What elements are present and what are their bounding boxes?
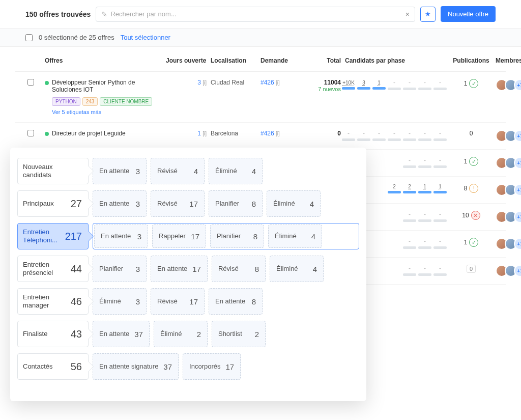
phase-empty: - [439,238,441,245]
pipeline-substage[interactable]: En attente3 [93,158,147,184]
pipeline-substage[interactable]: Éliminé4 [267,190,321,217]
pipeline-substage[interactable]: En attente3 [94,225,148,248]
days-open[interactable]: 1 [i] [166,130,207,137]
phase-bar [388,138,401,141]
members[interactable]: +7 [496,211,521,223]
pipeline-substage[interactable]: Éliminé4 [270,256,324,282]
pipeline-stage-head[interactable]: Nouveaux candidats [17,158,89,184]
substage-wrap: Planifier3En attente17Révisé8Éliminé4 [93,256,359,282]
substage-wrap: En attente3Révisé4Éliminé4 [93,158,359,184]
substage-count: 8 [252,200,256,208]
new-offer-button[interactable]: Nouvelle offre [441,6,496,22]
pipeline-substage[interactable]: Planifier8 [210,225,264,248]
members[interactable]: +7 [496,238,521,250]
pipeline-substage[interactable]: Rappeler17 [152,225,206,248]
pipeline-substage[interactable]: Révisé17 [151,288,205,305]
col-offers: Offres [45,57,162,64]
substage-wrap: Éliminé3Révisé17En attente8 [93,288,359,305]
substage-wrap: En attente3Rappeler17Planifier8Éliminé4 [93,223,359,249]
phase-bar [403,138,416,141]
substage-name: Éliminé [275,233,297,240]
phase-empty: - [409,265,411,272]
phase-empty: - [348,130,350,137]
search-input[interactable] [110,10,405,18]
members[interactable]: +7 [496,265,521,277]
more-tags-link[interactable]: Ver 5 etiquetas más [52,109,162,115]
pipeline-substage[interactable]: Révisé8 [212,256,266,282]
demand-link[interactable]: #426 [i] [260,130,301,137]
phase-bars: +10K31---- [345,79,447,90]
search-wrap: ✎ × [96,7,415,22]
pipeline-stage-head[interactable]: Entretien présenciel44 [17,256,89,282]
members[interactable]: +7 [496,157,521,169]
pipeline-substage[interactable]: Éliminé4 [209,158,263,184]
table-row: Directeur de projet Leguide1 [i]Barcelon… [15,123,506,150]
location: Ciudad Real [211,79,256,86]
total-count: 110047 nuevos [305,79,341,92]
pipeline-substage[interactable]: En attente8 [209,288,263,305]
substage-count: 17 [189,297,198,305]
row-checkbox[interactable] [27,130,34,136]
members[interactable]: +7 [496,79,521,91]
phase-empty: - [393,130,395,137]
pipeline-substage[interactable]: Révisé17 [151,190,205,217]
tag[interactable]: PYTHON [52,97,80,106]
phase-empty: - [378,130,380,137]
phase-value[interactable]: 1 [423,184,426,189]
phase-bar [418,88,431,90]
phase-value[interactable]: 1 [378,80,381,86]
row-checkbox[interactable] [27,79,34,86]
pipeline-stage-row: Entretien Téléphoni...217En attente3Rapp… [17,223,359,249]
offer-title[interactable]: Directeur de projet Leguide [52,130,162,137]
pipeline-stage-row: Entretien manager46Éliminé3Révisé17En at… [17,288,359,305]
phase-empty: - [439,157,441,164]
pipeline-substage[interactable]: Planifier3 [93,256,147,282]
substage-count: 4 [194,167,198,176]
pipeline-substage[interactable]: Éliminé4 [268,225,322,248]
substage-count: 8 [255,265,259,273]
demand-link[interactable]: #426 [i] [260,79,301,86]
stage-name: Entretien manager [23,293,71,305]
pipeline-substage[interactable]: En attente3 [93,190,147,217]
phase-bar [418,246,431,249]
phase-empty: - [409,79,411,86]
pipeline-substage[interactable]: Éliminé3 [93,288,147,305]
pipeline-stage-head[interactable]: Entretien manager46 [17,288,89,305]
phase-value[interactable]: 1 [439,184,442,189]
pipeline-stage-row: Principaux27En attente3Révisé17Planifier… [17,190,359,217]
phase-empty: - [409,130,411,137]
days-open[interactable]: 3 [i] [166,79,207,86]
tag[interactable]: 243 [82,97,98,106]
select-all-link[interactable]: Tout sélectionner [121,34,170,41]
pipeline-stage-head[interactable]: Principaux27 [17,190,89,217]
new-count: 7 nuevos [305,86,341,92]
substage-count: 3 [136,200,140,208]
phase-value[interactable]: +10K [342,80,355,86]
phase-empty: - [439,211,441,218]
members[interactable]: +7 [496,184,521,196]
substage-count: 8 [252,297,256,305]
pipeline-substage[interactable]: Planifier8 [209,190,263,217]
members[interactable]: +7 [496,130,521,142]
star-button[interactable]: ★ [420,7,436,22]
col-phase: Candidats par phase [345,57,447,64]
substage-count: 3 [136,297,140,305]
substage-name: Révisé [157,298,178,305]
pipeline-substage[interactable]: Révisé4 [151,158,205,184]
phase-value[interactable]: 2 [393,184,396,189]
pipeline-stage-head[interactable]: Entretien Téléphoni...217 [17,223,89,249]
phase-value[interactable]: 2 [408,184,411,189]
offer-title[interactable]: Développeur Senior Python de Soluciones … [52,79,162,93]
publications-count[interactable]: 0 [467,265,476,273]
select-all-checkbox[interactable] [25,34,33,41]
phase-value[interactable]: 3 [362,80,365,86]
toolbar: 150 offres trouvées ✎ × ★ Nouvelle offre [0,0,521,29]
pipeline-substage[interactable]: En attente17 [151,256,208,282]
substage-name: En attente [99,200,129,208]
phase-bar [418,273,431,276]
clear-icon[interactable]: × [406,10,410,18]
selection-count: 0 sélectionné de 25 offres [39,34,114,41]
tag[interactable]: CLIENTE NOMBRE [100,97,152,106]
publications-count: 10 [462,212,469,219]
publications-count: 1 [464,80,468,87]
